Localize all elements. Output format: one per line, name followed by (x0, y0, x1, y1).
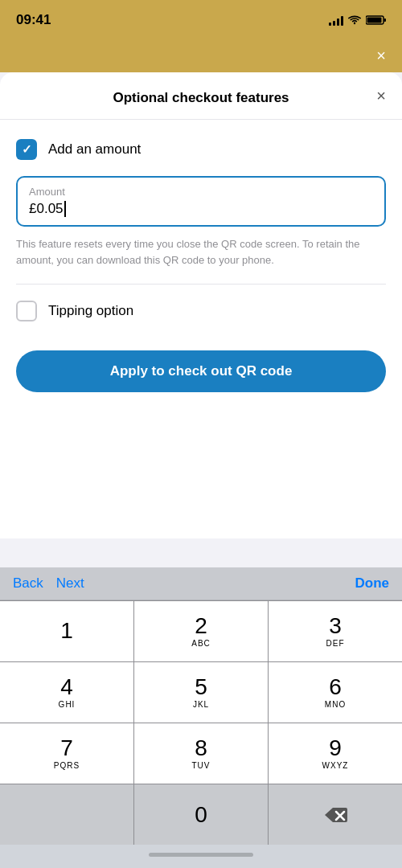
key-empty (0, 784, 133, 845)
key-2[interactable]: 2 ABC (134, 601, 268, 661)
divider (16, 284, 386, 285)
key-6-number: 6 (329, 676, 342, 698)
key-9-number: 9 (329, 737, 342, 760)
key-4-number: 4 (60, 676, 73, 698)
key-8-letters: TUV (192, 761, 211, 770)
text-cursor (64, 201, 66, 217)
home-bar (149, 853, 253, 857)
key-6-letters: MNO (325, 700, 346, 709)
modal-close-button[interactable]: × (376, 88, 386, 104)
checkmark-icon: ✓ (22, 142, 32, 157)
wifi-icon (348, 15, 361, 25)
helper-text: This feature resets every time you close… (16, 236, 386, 268)
delete-icon (323, 806, 347, 824)
svg-point-0 (354, 23, 355, 24)
tipping-checkbox[interactable] (16, 301, 37, 321)
amount-input-label: Amount (29, 186, 373, 198)
key-9[interactable]: 9 WXYZ (269, 723, 402, 784)
add-amount-row: ✓ Add an amount (16, 139, 386, 160)
tipping-label: Tipping option (48, 303, 133, 319)
key-0-number: 0 (195, 804, 207, 826)
key-6[interactable]: 6 MNO (269, 662, 402, 723)
key-5-letters: JKL (193, 700, 209, 709)
modal-header: Optional checkout features × (0, 72, 402, 120)
key-7-number: 7 (60, 737, 73, 760)
key-8[interactable]: 8 TUV (134, 723, 268, 784)
amount-input-value[interactable]: £0.05 (29, 201, 373, 217)
keyboard-toolbar: Back Next Done (0, 567, 402, 600)
key-3-number: 3 (329, 615, 342, 637)
keyboard-done-button[interactable]: Done (355, 575, 390, 592)
key-5[interactable]: 5 JKL (134, 662, 268, 723)
apply-button[interactable]: Apply to check out QR code (16, 350, 386, 392)
gold-strip: × (0, 40, 402, 72)
keyboard-next-button[interactable]: Next (56, 575, 84, 592)
svg-rect-2 (367, 18, 382, 23)
key-1-number: 1 (60, 620, 73, 642)
amount-text: £0.05 (29, 201, 64, 217)
key-5-number: 5 (195, 676, 207, 698)
modal: Optional checkout features × ✓ Add an am… (0, 72, 402, 538)
key-0[interactable]: 0 (134, 784, 268, 845)
status-bar: 09:41 (0, 0, 402, 40)
key-3-letters: DEF (326, 639, 345, 648)
keyboard-grid: 1 2 ABC 3 DEF 4 GHI 5 JKL 6 MNO 7 PQRS (0, 600, 402, 845)
modal-body: ✓ Add an amount Amount £0.05 This featur… (0, 120, 402, 408)
home-indicator (0, 845, 402, 868)
svg-rect-3 (384, 18, 387, 22)
key-7-letters: PQRS (54, 761, 80, 770)
battery-icon (366, 15, 386, 25)
top-close-icon[interactable]: × (376, 47, 386, 65)
key-9-letters: WXYZ (322, 761, 349, 770)
keyboard-container: Back Next Done 1 2 ABC 3 DEF 4 GHI 5 JKL… (0, 567, 402, 868)
key-7[interactable]: 7 PQRS (0, 723, 133, 784)
modal-title: Optional checkout features (113, 90, 289, 106)
key-2-letters: ABC (191, 639, 211, 648)
add-amount-label: Add an amount (48, 141, 141, 158)
status-icons (329, 14, 386, 26)
key-2-number: 2 (195, 615, 207, 637)
keyboard-back-button[interactable]: Back (13, 575, 43, 592)
amount-input-wrapper[interactable]: Amount £0.05 (16, 176, 386, 227)
key-delete[interactable] (269, 784, 402, 845)
add-amount-checkbox[interactable]: ✓ (16, 139, 37, 160)
signal-icon (329, 14, 343, 26)
status-time: 09:41 (16, 12, 51, 28)
key-4-letters: GHI (59, 700, 76, 709)
key-3[interactable]: 3 DEF (269, 601, 402, 661)
key-8-number: 8 (195, 737, 207, 760)
tipping-option-row: Tipping option (16, 301, 386, 321)
key-1[interactable]: 1 (0, 601, 133, 661)
key-4[interactable]: 4 GHI (0, 662, 133, 723)
